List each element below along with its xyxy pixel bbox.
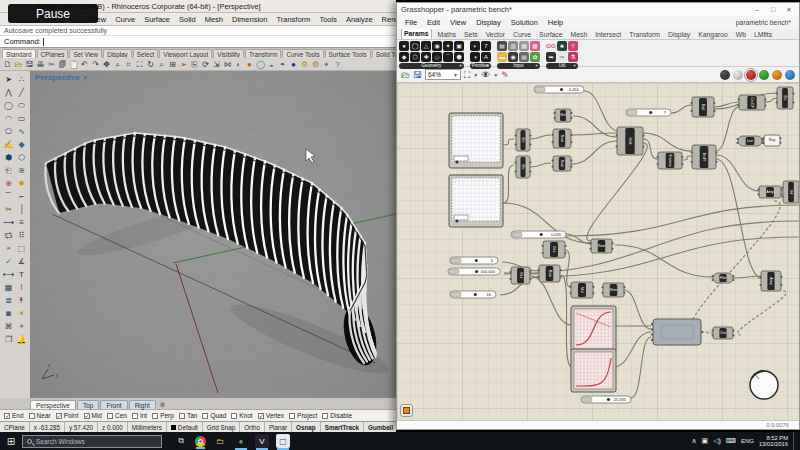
wire[interactable] [530,163,551,167]
wire[interactable] [587,143,647,241]
gh-tab-wb[interactable]: Wb [734,30,748,39]
grasshopper-canvas[interactable]: DivNumDivNumExtShiftRailCrvCPDivFramesDi… [397,83,799,420]
palette-group-label[interactable]: Input+ [497,63,540,69]
palette-group-label[interactable]: Util+ [546,63,578,69]
wire[interactable] [738,291,787,335]
osnap-checkbox-mid[interactable]: ✓ [84,413,90,419]
zoom-icon[interactable]: ⌕ [113,60,122,69]
chamfer-icon[interactable]: ⌐ [15,190,28,203]
component-node-rem[interactable]: Rem [538,265,562,282]
canvas-corner-widget[interactable] [400,404,413,417]
geometry-component-icon-8[interactable]: ✦ [443,41,453,51]
osnap-project[interactable]: Project [289,412,317,419]
osnap-int[interactable]: Int [132,412,147,419]
transform-icon[interactable]: ⮔ [2,229,15,242]
redo-icon[interactable]: ↷ [91,60,100,69]
component-node-out[interactable]: Out [712,327,735,339]
osnap-checkbox-knot[interactable] [231,413,237,419]
osnap-quad[interactable]: Quad [202,412,226,419]
toolbar-tab-viewport-layout[interactable]: Viewport Layout [159,49,212,58]
component-node-rem[interactable]: Rem [602,283,626,297]
taskbar-clock[interactable]: 8:52 PM 13/02/2016 [759,435,788,448]
cage-icon[interactable]: ⬚ [15,242,28,255]
osnap-checkbox-near[interactable] [29,413,35,419]
chrome-icon[interactable] [195,436,206,447]
zoom-extents-icon[interactable]: ⛶ [135,60,144,69]
osnap-mid[interactable]: ✓Mid [84,412,102,419]
extend-icon[interactable]: ⟿ [2,216,15,229]
component-node-mul[interactable]: Mul [510,267,532,284]
wire[interactable] [613,332,651,367]
primitive-component-icon-3[interactable]: A [481,52,491,62]
shaded-view-icon[interactable]: ◐ [234,60,243,69]
gh-menu-help[interactable]: Help [548,18,563,27]
geometry-component-icon-2[interactable]: ◯ [410,41,420,51]
osnap-cen[interactable]: Cen [107,412,127,419]
component-node-div[interactable]: Div [515,129,532,151]
primitive-component-icon-0[interactable]: ◐ [470,41,480,51]
group-icon[interactable]: ❐ [2,333,15,346]
gh-tab-sets[interactable]: Sets [462,30,480,39]
component-node-amp[interactable]: Amp [760,271,783,291]
gh-tab-curve[interactable]: Curve [511,30,533,39]
geometry-component-icon-10[interactable]: ▣ [454,41,464,51]
input-component-icon-0[interactable]: ▤ [497,41,507,51]
close-button[interactable]: ✕ [783,6,795,14]
grid-icon[interactable]: ⊞ [168,60,177,69]
wire[interactable] [716,155,759,191]
wire[interactable] [503,165,514,203]
osnap-tan[interactable]: Tan [179,412,197,419]
osnap-point[interactable]: ✓Point [56,412,79,419]
zoom-extents-dropdown-icon[interactable]: ▼ [473,72,478,78]
surface-icon[interactable]: ◆ [15,138,28,151]
osnap-checkbox-perp[interactable] [152,413,158,419]
osnap-perp[interactable]: Perp [152,412,174,419]
gh-tab-surface[interactable]: Surface [537,30,564,39]
component-node-neg[interactable]: Neg [763,135,782,146]
component-node-divpl[interactable]: DivPl [691,145,718,169]
util-component-icon-2[interactable]: ♣ [557,41,567,51]
volume-icon[interactable]: ◁) [713,437,721,445]
grasshopper-titlebar[interactable]: Grasshopper - parametric bench* – □ ✕ [397,3,799,16]
osnap-knot[interactable]: Knot [231,412,252,419]
geometry-component-icon-11[interactable]: ⬟ [454,52,464,62]
gh-tab-maths[interactable]: Maths [436,30,459,39]
open-document-icon[interactable]: 🗁 [401,69,410,81]
util-component-icon-4[interactable]: Y [568,41,578,51]
deform-icon[interactable]: 🗲 [2,242,15,255]
gh-tab-transform[interactable]: Transform [627,30,662,39]
points-icon[interactable]: ∴ [15,73,28,86]
new-viewport-tab-button[interactable]: ⊕ [157,401,169,409]
component-node-div[interactable]: Div [515,156,532,178]
explode-icon[interactable]: ✸ [15,177,28,190]
line-icon[interactable]: ╱ [15,86,28,99]
primitive-component-icon-1[interactable]: ◑ [470,52,480,62]
pause-button[interactable]: Pause [8,4,98,23]
cluster-component[interactable] [651,319,703,345]
gh-tab-display[interactable]: Display [666,30,692,39]
toolbar-tab-set-view[interactable]: Set View [69,49,102,58]
maximize-button[interactable]: □ [767,6,779,13]
ghosted-view-icon[interactable]: ◯ [256,60,265,69]
undo-icon[interactable]: ↶ [80,60,89,69]
wire[interactable] [571,133,617,135]
toolbar-tab-select[interactable]: Select [133,49,159,58]
copy2-icon[interactable]: ⎘ [190,60,199,69]
cut-icon[interactable]: ✂ [47,60,56,69]
toolbar-tab-visibility[interactable]: Visibility [213,49,244,58]
print-icon[interactable]: 🖶 [36,60,45,69]
canvas-compass-widget[interactable] [750,371,778,399]
viewport-tab-top[interactable]: Top [77,400,99,409]
rectangle-icon[interactable]: ▭ [15,112,28,125]
osnap-checkbox-end[interactable]: ✓ [4,413,10,419]
geometry-component-icon-0[interactable]: ● [399,41,409,51]
component-node-rail[interactable]: Rail [691,97,716,117]
viewport-tab-right[interactable]: Right [129,400,156,409]
component-node-amp[interactable]: Amp [758,186,783,198]
geometry-component-icon-3[interactable]: ⬡ [410,52,420,62]
circle-icon[interactable]: ◯ [2,99,15,112]
xray-view-icon[interactable]: ◒ [267,60,276,69]
toolbar-tab-solid-tools[interactable]: Solid Tools [372,49,396,58]
wire[interactable] [682,156,692,160]
extrude-icon[interactable]: ⎗ [2,164,15,177]
